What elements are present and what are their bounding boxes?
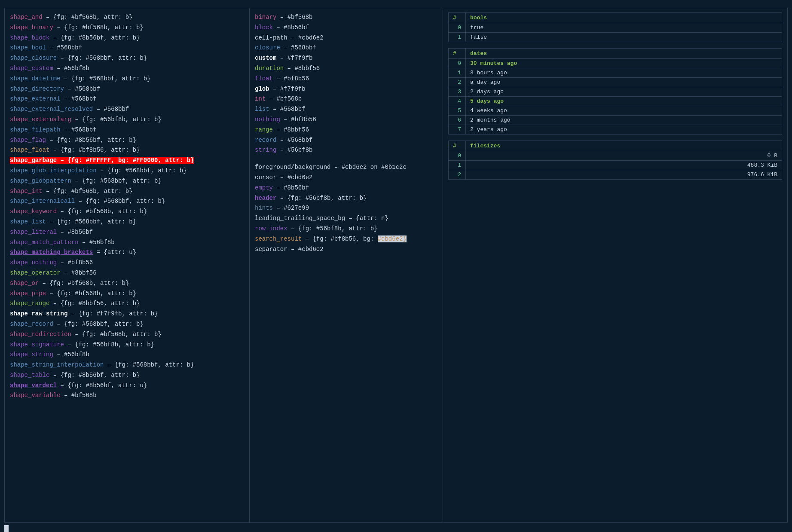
col1-line: shape_match_pattern – #56bf8b — [10, 238, 244, 248]
col1-line: shape_nothing – #bf8b56 — [10, 258, 244, 268]
col1-line: shape_flag – {fg: #8b56bf, attr: b} — [10, 135, 244, 146]
col1-line: shape_float – {fg: #bf8b56, attr: b} — [10, 145, 244, 156]
table-row: 32 days ago — [449, 87, 782, 97]
col1-line: shape_int – {fg: #bf568b, attr: b} — [10, 187, 244, 197]
table-row: 62 months ago — [449, 116, 782, 125]
main-container: shape_and – {fg: #bf568b, attr: b}shape_… — [4, 8, 788, 523]
table-row: 54 weeks ago — [449, 106, 782, 116]
col1-line: shape_signature – {fg: #56bf8b, attr: b} — [10, 340, 244, 350]
col1-line: shape_string_interpolation – {fg: #568bb… — [10, 360, 244, 370]
table-row: 1488.3 KiB — [449, 161, 782, 170]
col2-top-line: duration – #8bbf56 — [255, 64, 437, 74]
table-row: 030 minutes ago — [449, 59, 782, 68]
col1-line: shape_custom – #56bf8b — [10, 64, 244, 74]
row-index: 4 — [449, 97, 466, 106]
col1-line: shape_list – {fg: #568bbf, attr: b} — [10, 217, 244, 227]
row-index: 5 — [449, 106, 466, 116]
filesizes-table: # filesizes 00 B1488.3 KiB2976.6 KiB — [448, 141, 782, 180]
col1: shape_and – {fg: #bf568b, attr: b}shape_… — [5, 8, 250, 522]
col2-bottom-line: foreground/background – #cbd6e2 on #0b1c… — [255, 162, 437, 173]
col1-line: shape_matching_brackets = {attr: u} — [10, 248, 244, 258]
row-value: true — [466, 23, 782, 33]
col1-line: shape_bool – #568bbf — [10, 43, 244, 53]
col1-line: shape_external_resolved – #568bbf — [10, 104, 244, 115]
col1-line: shape_operator – #8bbf56 — [10, 268, 244, 278]
col2-top-line: record – #568bbf — [255, 135, 437, 146]
col1-line: shape_external – #568bbf — [10, 94, 244, 104]
col1-line: shape_record – {fg: #568bbf, attr: b} — [10, 319, 244, 330]
col1-line: shape_string – #56bf8b — [10, 350, 244, 360]
col1-line: shape_and – {fg: #bf568b, attr: b} — [10, 12, 244, 23]
col1-line: shape_binary – {fg: #bf568b, attr: b} — [10, 23, 244, 33]
row-index: 3 — [449, 87, 466, 97]
col1-line: shape_table – {fg: #8b56bf, attr: b} — [10, 370, 244, 381]
row-value: 2 years ago — [466, 125, 782, 135]
col1-line: shape_vardecl = {fg: #8b56bf, attr: u} — [10, 381, 244, 391]
row-index: 1 — [449, 161, 466, 170]
col2-top-line: glob – #f7f9fb — [255, 84, 437, 95]
row-index: 1 — [449, 68, 466, 78]
col1-line: shape_externalarg – {fg: #56bf8b, attr: … — [10, 115, 244, 125]
row-index: 7 — [449, 125, 466, 135]
col1-line: shape_directory – #568bbf — [10, 84, 244, 95]
col2-top-line: binary – #bf568b — [255, 12, 437, 23]
row-value: 30 minutes ago — [466, 59, 782, 68]
col1-line: shape_closure – {fg: #568bbf, attr: b} — [10, 53, 244, 64]
col2-bottom-line: empty – #8b56bf — [255, 183, 437, 193]
col1-line: shape_garbage – {fg: #FFFFFF, bg: #FF000… — [10, 156, 244, 166]
col1-line: shape_redirection – {fg: #bf568b, attr: … — [10, 330, 244, 340]
row-value: false — [466, 33, 782, 42]
bools-table: # bools 0true1false — [448, 12, 782, 42]
col2-top-line: float – #bf8b56 — [255, 74, 437, 84]
row-value: 3 hours ago — [466, 68, 782, 78]
col2: binary – #bf568bblock – #8b56bfcell-path… — [250, 8, 443, 522]
row-value: 4 weeks ago — [466, 106, 782, 116]
table-row: 2a day ago — [449, 78, 782, 87]
col1-line: shape_keyword – {fg: #bf568b, attr: b} — [10, 207, 244, 217]
col1-line: shape_literal – #8b56bf — [10, 227, 244, 238]
col1-line: shape_filepath – #568bbf — [10, 125, 244, 135]
table-row: 00 B — [449, 151, 782, 161]
row-value: 488.3 KiB — [466, 161, 782, 170]
col2-top-line: int – #bf568b — [255, 94, 437, 104]
col2-bottom-line: header – {fg: #56bf8b, attr: b} — [255, 193, 437, 204]
col1-line: shape_variable – #bf568b — [10, 391, 244, 401]
col2-top-line: nothing – #bf8b56 — [255, 115, 437, 125]
col2-top-line: custom – #f7f9fb — [255, 53, 437, 64]
col1-line: shape_or – {fg: #bf568b, attr: b} — [10, 278, 244, 289]
row-value: 2 months ago — [466, 116, 782, 125]
bools-hash-header: # — [449, 13, 466, 23]
row-index: 2 — [449, 78, 466, 87]
bools-title-header: bools — [466, 13, 782, 23]
col1-line: shape_raw_string – {fg: #f7f9fb, attr: b… — [10, 309, 244, 319]
dates-table: # dates 030 minutes ago13 hours ago2a da… — [448, 48, 782, 135]
row-index: 0 — [449, 23, 466, 33]
col3: # bools 0true1false # dates 030 minutes … — [443, 8, 787, 522]
dates-title-header: dates — [466, 49, 782, 59]
table-row: 13 hours ago — [449, 68, 782, 78]
table-row: 72 years ago — [449, 125, 782, 135]
row-index: 2 — [449, 170, 466, 180]
col2-top-line: block – #8b56bf — [255, 23, 437, 33]
col2-top-line: closure – #568bbf — [255, 43, 437, 53]
col1-line: shape_glob_interpolation – {fg: #568bbf,… — [10, 166, 244, 176]
col1-line: shape_range – {fg: #8bbf56, attr: b} — [10, 299, 244, 309]
row-value: 5 days ago — [466, 97, 782, 106]
table-row: 0true — [449, 23, 782, 33]
row-value: a day ago — [466, 78, 782, 87]
col1-line: shape_globpattern – {fg: #568bbf, attr: … — [10, 176, 244, 187]
col2-bottom-line: separator – #cbd6e2 — [255, 245, 437, 255]
dates-hash-header: # — [449, 49, 466, 59]
col2-bottom-line: row_index – {fg: #56bf8b, attr: b} — [255, 224, 437, 234]
table-row: 45 days ago — [449, 97, 782, 106]
table-row: 2976.6 KiB — [449, 170, 782, 180]
col1-line: shape_internalcall – {fg: #568bbf, attr:… — [10, 196, 244, 207]
filesizes-title-header: filesizes — [466, 141, 782, 151]
row-index: 0 — [449, 59, 466, 68]
col1-line: shape_pipe – {fg: #bf568b, attr: b} — [10, 289, 244, 299]
col2-top-line: range – #8bbf56 — [255, 125, 437, 135]
row-value: 2 days ago — [466, 87, 782, 97]
col2-bottom-line: cursor – #cbd6e2 — [255, 173, 437, 183]
row-index: 6 — [449, 116, 466, 125]
row-index: 0 — [449, 151, 466, 161]
